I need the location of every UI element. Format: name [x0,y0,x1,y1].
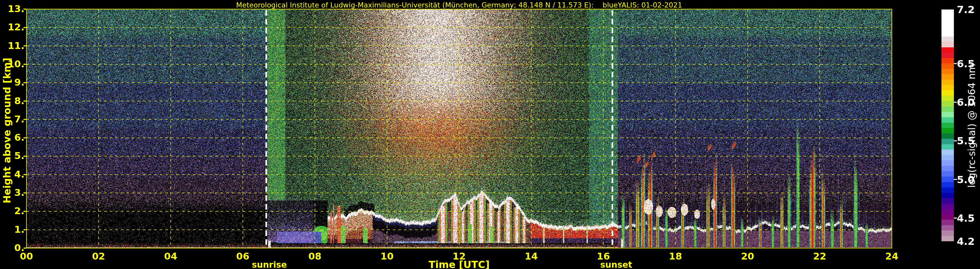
colorbar-band [942,177,954,182]
colorbar-band [942,155,954,161]
heatmap-canvas [0,0,980,269]
colorbar-tick-label: 4.2 [957,236,975,247]
x-tick-label: 06 [227,251,259,262]
colorbar-band [942,166,954,171]
x-tick-label: 04 [155,251,186,262]
colorbar-band [942,171,954,177]
y-tick-label: 7. [0,114,24,125]
colorbar-band [942,128,954,134]
colorbar-band [942,231,954,236]
colorbar-band [942,220,954,225]
colorbar-band [942,134,954,139]
colorbar-band [942,112,954,118]
colorbar-band [942,91,954,96]
colorbar-band [942,37,954,42]
colorbar-band [942,209,954,215]
y-tick-label: 8. [0,96,24,107]
x-tick-label: 24 [876,251,907,262]
colorbar-band [942,123,954,128]
colorbar-band [942,85,954,91]
y-tick-label: 11. [0,40,24,51]
y-tick-label: 3. [0,187,24,198]
colorbar-band [942,107,954,112]
y-tick-label: 4. [0,169,24,180]
y-tick-label: 1. [0,224,24,235]
y-tick-label: 6. [0,132,24,143]
colorbar-band [942,225,954,231]
colorbar-band [942,193,954,199]
x-tick-label: 22 [804,251,835,262]
colorbar-band [942,74,954,80]
colorbar-band [942,53,954,58]
colorbar [942,10,954,241]
plot-title: Meteorological Institute of Ludwig-Maxim… [27,1,892,9]
colorbar-band [942,236,954,242]
colorbar-band [942,204,954,209]
colorbar-band [942,20,954,26]
colorbar-band [942,47,954,53]
colorbar-band [942,150,954,155]
colorbar-band [942,63,954,69]
x-tick-label: 20 [732,251,763,262]
y-tick-label: 9. [0,77,24,88]
colorbar-band [942,144,954,150]
colorbar-band [942,96,954,101]
y-tick-label: 5. [0,150,24,161]
colorbar-band [942,80,954,85]
colorbar-band [942,58,954,64]
x-tick-label: 14 [515,251,547,262]
x-tick-label: 10 [371,251,402,262]
colorbar-band [942,182,954,188]
colorbar-band [942,187,954,193]
y-tick-label: 12. [0,22,24,33]
colorbar-tick-label: 7.2 [957,3,975,15]
colorbar-band [942,139,954,144]
colorbar-band [942,215,954,220]
colorbar-band [942,160,954,166]
colorbar-band [942,117,954,123]
colorbar-tick-label: 4.5 [957,212,975,224]
x-tick-label: 12 [444,251,475,262]
colorbar-band [942,198,954,204]
colorbar-title: log(rc-signal) @ 1064 nm [966,54,977,197]
x-tick-label: 08 [299,251,331,262]
x-tick-label: 00 [11,251,42,262]
colorbar-band [942,69,954,75]
colorbar-band [942,15,954,21]
x-tick-label: 16 [588,251,619,262]
x-tick-label: 02 [83,251,114,262]
y-tick-label: 2. [0,205,24,216]
colorbar-band [942,10,954,15]
y-tick-label: 10. [0,59,24,70]
colorbar-band [942,42,954,47]
y-tick-label: 13. [0,3,24,14]
x-tick-label: 18 [660,251,691,262]
colorbar-band [942,101,954,107]
colorbar-band [942,26,954,31]
lidar-quicklook-screen: Meteorological Institute of Ludwig-Maxim… [0,0,980,269]
colorbar-band [942,31,954,37]
